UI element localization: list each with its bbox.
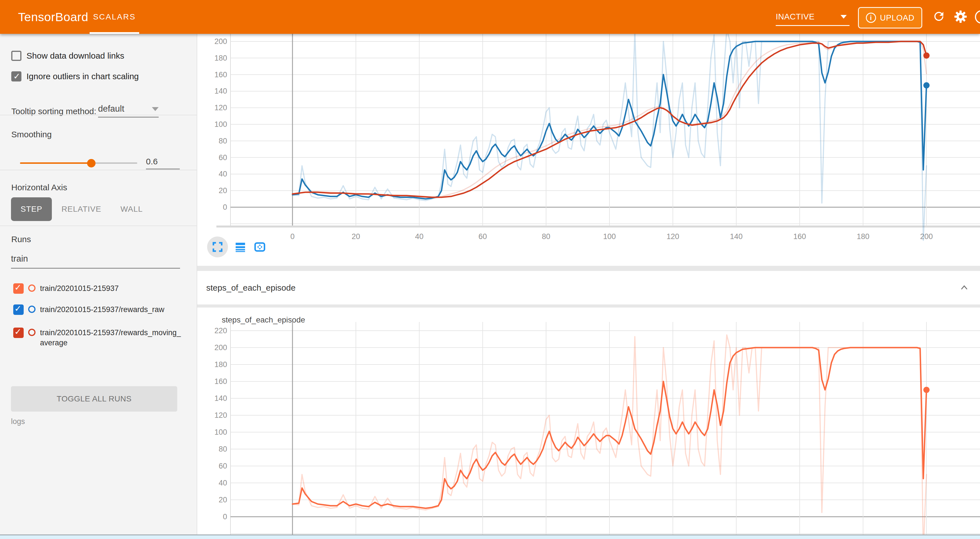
checkbox-label: Ignore outliers in chart scaling [27,72,139,81]
smoothing-slider-thumb[interactable] [87,159,95,167]
run-checkbox-icon [13,328,24,338]
svg-text:60: 60 [219,153,227,162]
tensorboard-app: TensorBoard SCALARS INACTIVE i UPLOAD [0,0,980,539]
tab-scalars-label: SCALARS [93,13,136,21]
svg-text:80: 80 [542,232,550,241]
horizontal-axis-buttons: STEP RELATIVE WALL [11,197,153,221]
svg-text:20: 20 [352,232,360,241]
run-color-circle-icon [28,284,35,292]
app-title: TensorBoard [18,10,88,24]
steps-line-chart[interactable]: 020406080100120140160180200220 [197,321,980,535]
logs-text: logs [11,417,25,426]
svg-text:200: 200 [920,232,933,241]
svg-text:200: 200 [215,37,227,46]
svg-text:40: 40 [219,479,227,487]
settings-gear-icon[interactable] [953,10,967,24]
runs-filter-input[interactable] [11,254,180,269]
axis-step-button[interactable]: STEP [11,197,52,221]
svg-text:80: 80 [219,445,227,453]
svg-text:100: 100 [215,428,227,436]
svg-text:120: 120 [215,104,227,112]
log-scale-icon[interactable] [234,241,247,253]
upload-button-label: UPLOAD [880,13,914,22]
chart-toolbar [207,236,267,257]
run-checkbox-icon [13,305,24,315]
svg-text:60: 60 [219,462,227,470]
upload-button[interactable]: i UPLOAD [858,7,922,29]
info-icon: i [866,13,876,23]
svg-text:0: 0 [223,203,227,211]
expand-icon[interactable] [207,236,228,257]
checkbox-unchecked-icon [11,51,21,61]
toggle-all-runs-button[interactable]: TOGGLE ALL RUNS [11,386,177,411]
horizontal-axis-label: Horizontal Axis [11,183,67,192]
svg-text:120: 120 [667,232,679,241]
show-download-links-checkbox[interactable]: Show data download links [11,51,124,61]
run-row-rewards-moving-average[interactable]: train/20201015-215937/rewards_moving_ave… [13,328,181,348]
horizontal-scrollbar[interactable] [0,534,980,539]
axis-relative-button[interactable]: RELATIVE [52,197,111,221]
card-gap [197,266,980,271]
run-row-rewards-raw[interactable]: train/20201015-215937/rewards_raw [13,305,164,315]
svg-text:180: 180 [215,54,227,62]
svg-text:100: 100 [215,120,227,129]
run-label: train/20201015-215937/rewards_moving_ave… [40,328,181,348]
divider [0,115,197,115]
refresh-icon[interactable] [932,10,946,23]
tab-active-underline [90,32,139,34]
smoothing-value-field [146,157,180,169]
svg-text:0: 0 [290,232,294,241]
svg-text:40: 40 [219,170,227,178]
run-color-circle-icon [28,329,35,336]
run-checkbox-icon [13,283,24,294]
run-label: train/20201015-215937 [40,283,119,293]
svg-text:140: 140 [215,87,227,95]
svg-text:80: 80 [219,137,227,145]
ignore-outliers-checkbox[interactable]: Ignore outliers in chart scaling [11,71,139,81]
svg-text:200: 200 [215,343,227,352]
svg-text:60: 60 [479,232,487,241]
tooltip-sorting-value: default [98,104,124,114]
svg-text:20: 20 [219,496,227,504]
svg-text:140: 140 [215,394,227,403]
svg-text:140: 140 [730,232,743,241]
chevron-down-icon [840,15,847,19]
section-title: steps_of_each_episode [206,283,296,293]
svg-text:160: 160 [793,232,806,241]
svg-text:120: 120 [215,411,227,419]
app-header: TensorBoard SCALARS INACTIVE i UPLOAD [0,0,980,34]
runs-label: Runs [11,234,31,244]
tooltip-sorting-dropdown[interactable]: default [98,104,159,118]
status-dropdown-value: INACTIVE [776,12,815,21]
divider [0,170,197,170]
checkbox-label: Show data download links [27,51,124,61]
run-row-train[interactable]: train/20201015-215937 [13,283,119,294]
rewards-line-chart[interactable]: 0204060801001201401601802000204060801001… [197,17,980,242]
status-dropdown[interactable]: INACTIVE [776,8,850,26]
chevron-up-icon[interactable] [959,282,970,293]
smoothing-value-input[interactable] [146,157,180,169]
fit-data-icon[interactable] [253,241,267,253]
svg-text:20: 20 [219,187,227,195]
smoothing-label: Smoothing [11,130,52,139]
svg-text:160: 160 [215,377,227,386]
checkbox-checked-icon [11,71,21,81]
run-color-circle-icon [28,306,35,313]
card-gap [197,305,980,308]
svg-text:220: 220 [215,327,227,335]
section-header-steps[interactable]: steps_of_each_episode [197,271,980,305]
sidebar: Show data download links Ignore outliers… [0,34,197,534]
runs-filter-field [11,254,180,269]
tab-scalars[interactable]: SCALARS [90,0,139,34]
svg-text:160: 160 [215,70,227,79]
svg-text:180: 180 [215,360,227,369]
run-label: train/20201015-215937/rewards_raw [40,305,164,314]
axis-wall-button[interactable]: WALL [111,197,152,221]
svg-text:180: 180 [857,232,869,241]
help-icon[interactable] [975,10,980,24]
svg-text:0: 0 [223,512,227,521]
svg-text:40: 40 [415,232,423,241]
smoothing-slider[interactable] [20,163,137,164]
svg-text:100: 100 [603,232,616,241]
chevron-down-icon [152,107,159,111]
